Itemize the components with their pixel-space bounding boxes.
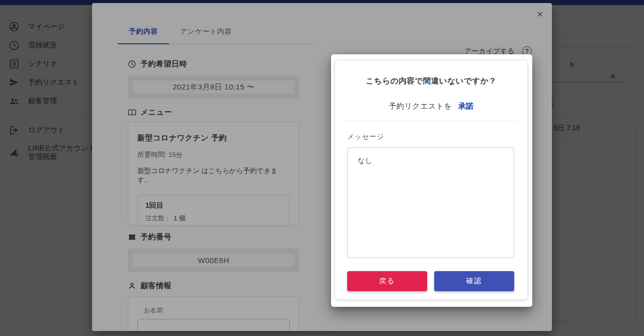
message-label: メッセージ xyxy=(347,132,527,141)
back-button[interactable]: 戻る xyxy=(347,271,427,291)
subtitle-prefix: 予約リクエストを xyxy=(388,102,452,110)
confirm-dialog-subtitle: 予約リクエストを承諾 xyxy=(335,102,527,111)
confirm-dialog-title: こちらの内容で間違いないですか？ xyxy=(335,60,527,87)
dialog-buttons: 戻る 確認 xyxy=(347,271,514,291)
subtitle-action: 承諾 xyxy=(458,102,474,110)
confirm-dialog: こちらの内容で間違いないですか？ 予約リクエストを承諾 メッセージ なし 戻る … xyxy=(331,54,532,307)
confirm-dialog-card: こちらの内容で間違いないですか？ 予約リクエストを承諾 メッセージ なし 戻る … xyxy=(335,60,527,299)
dialog-backdrop[interactable] xyxy=(0,0,644,336)
message-textarea[interactable]: なし xyxy=(347,147,514,258)
confirm-button[interactable]: 確認 xyxy=(434,271,514,291)
dialog-divider xyxy=(345,121,517,121)
